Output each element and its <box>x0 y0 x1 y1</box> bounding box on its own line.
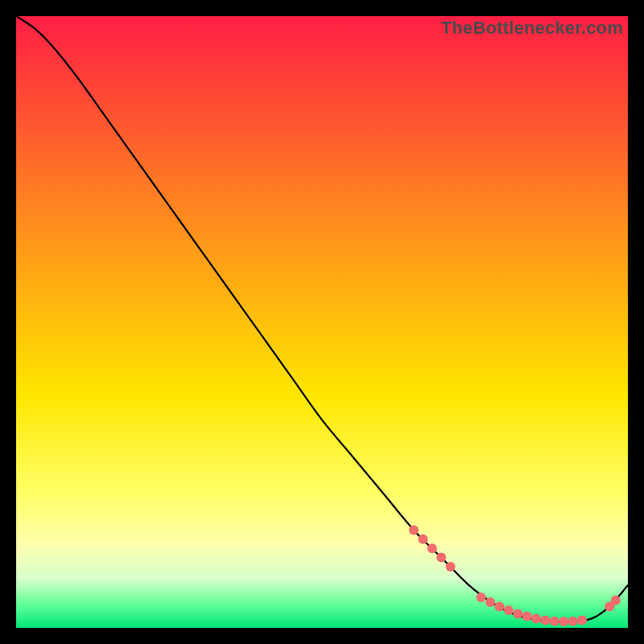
chart-svg <box>16 16 628 628</box>
highlight-marker <box>513 609 522 619</box>
highlight-marker <box>409 525 419 535</box>
highlight-marker <box>477 592 486 602</box>
highlight-marker <box>559 617 568 626</box>
highlight-marker <box>446 562 456 572</box>
highlight-marker <box>494 601 504 611</box>
highlight-marker <box>418 535 427 544</box>
highlight-marker <box>550 617 559 626</box>
watermark-text: TheBottlenecker.com <box>441 18 623 39</box>
highlight-marker <box>485 597 495 607</box>
highlight-marker <box>531 614 541 624</box>
chart-frame: TheBottlenecker.com <box>16 16 628 628</box>
highlight-marker <box>504 605 514 615</box>
highlight-marker <box>568 617 578 626</box>
highlight-marker <box>436 553 446 563</box>
highlight-marker <box>611 596 621 605</box>
gradient-background <box>16 16 628 628</box>
highlight-marker <box>522 612 532 621</box>
highlight-marker <box>427 543 437 553</box>
highlight-marker <box>577 616 587 625</box>
highlight-marker <box>540 616 550 625</box>
